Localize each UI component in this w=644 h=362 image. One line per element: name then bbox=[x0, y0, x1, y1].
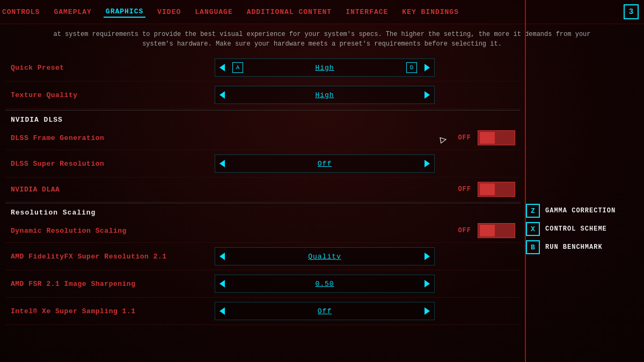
amd-fsr-left-arrow[interactable] bbox=[219, 253, 225, 260]
dynamic-res-scaling-thumb bbox=[480, 225, 495, 237]
dynamic-res-scaling-toggle[interactable] bbox=[478, 223, 515, 238]
shortcut-run-benchmark[interactable]: B RUN BENCHMARK bbox=[526, 240, 639, 254]
shortcut-control-scheme-key: X bbox=[526, 222, 540, 236]
quick-preset-left-arrow[interactable] bbox=[219, 64, 225, 71]
dynamic-res-scaling-toggle-label: OFF bbox=[458, 227, 471, 234]
shortcut-control-scheme-label: CONTROL SCHEME bbox=[545, 225, 607, 233]
dlss-super-res-left-arrow[interactable] bbox=[219, 160, 225, 167]
quick-preset-key-d: D bbox=[406, 62, 417, 73]
intel-xe-selector[interactable]: Off bbox=[215, 302, 435, 320]
texture-quality-row: Texture Quality High bbox=[5, 82, 521, 109]
intel-xe-row: Intel® Xe Super Sampling 1.1 Off bbox=[5, 298, 521, 325]
nav-language[interactable]: LANGUAGE bbox=[193, 7, 235, 17]
nav-bar: CONTROLS GAMEPLAY GRAPHICS VIDEO LANGUAG… bbox=[0, 0, 644, 24]
quick-preset-right-arrow[interactable] bbox=[425, 64, 430, 71]
nvidia-dlss-section: NVIDIA DLSS bbox=[5, 110, 521, 126]
nav-controls[interactable]: CONTROLS bbox=[0, 7, 42, 17]
nav-video[interactable]: VIDEO bbox=[155, 7, 183, 17]
shortcut-gamma-key: Z bbox=[526, 204, 540, 218]
intel-xe-label: Intel® Xe Super Sampling 1.1 bbox=[11, 307, 215, 315]
shortcut-run-benchmark-key: B bbox=[526, 240, 540, 254]
texture-quality-value: High bbox=[229, 91, 420, 99]
amd-fsr-row: AMD FidelityFX Super Resolution 2.1 Qual… bbox=[5, 243, 521, 270]
shortcut-gamma[interactable]: Z GAMMA CORRECTION bbox=[526, 204, 639, 218]
nvidia-dlaa-toggle-label: OFF bbox=[458, 186, 471, 193]
amd-fsr-sharpening-label: AMD FSR 2.1 Image Sharpening bbox=[11, 280, 215, 288]
nav-gameplay[interactable]: GAMEPLAY bbox=[52, 7, 93, 17]
nav-key-bindings[interactable]: KEY BINDINGS bbox=[400, 7, 461, 17]
amd-fsr-sharpening-left-arrow[interactable] bbox=[219, 280, 225, 287]
amd-fsr-selector[interactable]: Quality bbox=[215, 247, 435, 265]
texture-quality-label: Texture Quality bbox=[11, 91, 215, 99]
dlss-frame-gen-label: DLSS Frame Generation bbox=[11, 134, 215, 142]
intel-xe-left-arrow[interactable] bbox=[219, 307, 225, 315]
dlss-frame-gen-toggle[interactable] bbox=[478, 130, 515, 145]
nav-interface[interactable]: INTERFACE bbox=[343, 7, 390, 17]
dynamic-res-scaling-label: Dynamic Resolution Scaling bbox=[11, 227, 215, 235]
shortcut-gamma-label: GAMMA CORRECTION bbox=[545, 207, 616, 215]
quick-preset-value: High bbox=[246, 64, 403, 72]
quick-preset-key-a: A bbox=[232, 62, 243, 73]
dlss-super-res-right-arrow[interactable] bbox=[425, 160, 430, 167]
dynamic-res-scaling-row: Dynamic Resolution Scaling OFF bbox=[5, 219, 521, 243]
amd-fsr-label: AMD FidelityFX Super Resolution 2.1 bbox=[11, 253, 215, 261]
nvidia-dlaa-toggle[interactable] bbox=[478, 182, 515, 197]
amd-fsr-sharpening-value: 0.50 bbox=[229, 280, 420, 288]
dlss-frame-gen-toggle-label: OFF bbox=[458, 134, 471, 142]
amd-fsr-right-arrow[interactable] bbox=[425, 253, 430, 260]
settings-area: Quick Preset A High D ▷ Texture Quality … bbox=[0, 54, 521, 325]
dynamic-res-scaling-toggle-container: OFF bbox=[458, 223, 515, 238]
dlss-super-res-value: Off bbox=[229, 160, 420, 168]
nav-graphics[interactable]: GRAPHICS bbox=[104, 6, 145, 18]
nvidia-dlaa-thumb bbox=[480, 183, 495, 195]
shortcut-run-benchmark-label: RUN BENCHMARK bbox=[545, 243, 603, 251]
nvidia-dlaa-row: NVIDIA DLAA OFF bbox=[5, 178, 521, 202]
amd-fsr-sharpening-right-arrow[interactable] bbox=[425, 280, 430, 287]
texture-quality-selector[interactable]: High bbox=[215, 86, 435, 104]
dlss-super-res-selector[interactable]: Off bbox=[215, 154, 435, 173]
quick-preset-selector[interactable]: A High D bbox=[215, 58, 435, 77]
shortcut-control-scheme[interactable]: X CONTROL SCHEME bbox=[526, 222, 639, 236]
nav-additional-content[interactable]: ADDITIONAL CONTENT bbox=[245, 7, 334, 17]
shortcuts-panel: Z GAMMA CORRECTION X CONTROL SCHEME B RU… bbox=[526, 204, 639, 254]
dlss-frame-gen-thumb bbox=[480, 132, 495, 144]
dlss-super-res-label: DLSS Super Resolution bbox=[11, 160, 215, 168]
amd-fsr-value: Quality bbox=[229, 253, 420, 261]
resolution-scaling-section: Resolution Scaling bbox=[5, 203, 521, 219]
intel-xe-value: Off bbox=[229, 307, 420, 315]
dlss-super-res-row: DLSS Super Resolution Off bbox=[5, 150, 521, 178]
quick-preset-row: Quick Preset A High D bbox=[5, 54, 521, 82]
amd-fsr-sharpening-selector[interactable]: 0.50 bbox=[215, 275, 435, 293]
nvidia-dlaa-toggle-container: OFF bbox=[458, 182, 515, 197]
intel-xe-right-arrow[interactable] bbox=[425, 307, 430, 315]
texture-quality-right-arrow[interactable] bbox=[425, 91, 430, 99]
amd-fsr-sharpening-row: AMD FSR 2.1 Image Sharpening 0.50 bbox=[5, 270, 521, 298]
dlss-frame-gen-toggle-container: OFF bbox=[458, 130, 515, 145]
nav-badge: 3 bbox=[624, 4, 639, 19]
nvidia-dlaa-label: NVIDIA DLAA bbox=[11, 186, 215, 194]
red-separator bbox=[525, 0, 526, 362]
settings-description: at system requirements to provide the be… bbox=[0, 24, 644, 54]
quick-preset-label: Quick Preset bbox=[11, 64, 215, 72]
texture-quality-left-arrow[interactable] bbox=[219, 91, 225, 99]
